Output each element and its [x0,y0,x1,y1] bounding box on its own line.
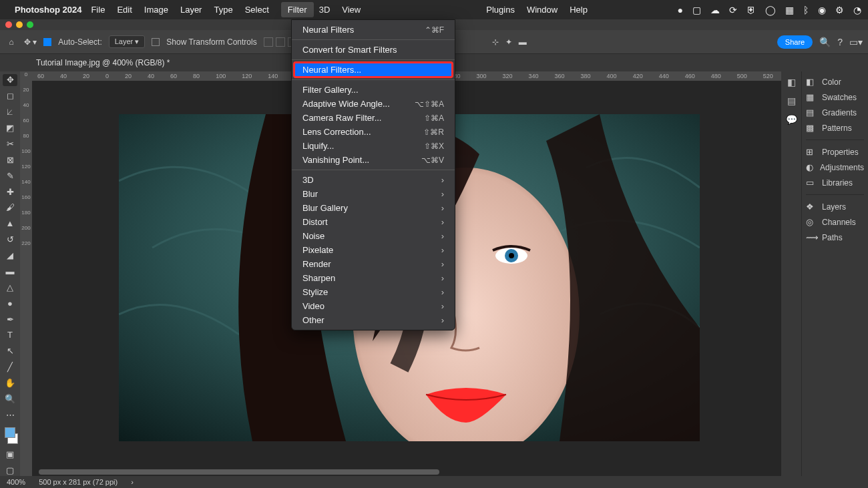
video-icon[interactable]: ▬ [519,37,527,47]
gradient-tool[interactable]: ▬ [3,266,17,278]
menu-window[interactable]: Window [527,5,558,15]
3d-mode-icon[interactable]: ⊹ [492,37,499,47]
panel-layers[interactable]: ❖Layers [806,202,864,212]
marquee-tool[interactable]: ◻ [3,90,17,102]
doc-info[interactable]: 500 px x 281 px (72 ppi) [39,478,118,486]
history-brush-tool[interactable]: ↺ [3,234,17,246]
record-icon[interactable]: ● [678,5,683,15]
type-tool[interactable]: T [3,329,17,341]
menu-image[interactable]: Image [144,5,168,15]
filter-camera-raw[interactable]: Camera Raw Filter...⇧⌘A [292,111,455,125]
menu-select[interactable]: Select [245,5,269,15]
shield-icon[interactable]: ⛨ [746,5,756,15]
circle-icon[interactable]: ◯ [765,5,776,15]
blur-tool[interactable]: △ [3,281,17,293]
filter-blur-gallery[interactable]: Blur Gallery› [292,201,455,215]
filter-noise[interactable]: Noise› [292,229,455,243]
calendar-icon[interactable]: ▦ [785,5,794,15]
crop-tool[interactable]: ✂ [3,138,17,150]
panel-swatches[interactable]: ▦Swatches [806,92,864,102]
menu-view[interactable]: View [342,5,361,15]
shape-tool[interactable]: ╱ [3,361,17,373]
filter-blur[interactable]: Blur› [292,187,455,201]
filter-other[interactable]: Other› [292,313,455,327]
filter-lens-correction[interactable]: Lens Correction...⇧⌘R [292,125,455,139]
horizontal-scrollbar[interactable] [39,469,781,476]
auto-select-checkbox[interactable] [43,38,51,46]
filter-distort[interactable]: Distort› [292,215,455,229]
panel-adjustments[interactable]: ◐Adjustments [806,162,864,172]
share-button[interactable]: Share [777,35,813,49]
panel-paths[interactable]: ⟿Paths [806,232,864,242]
rail-icon-3[interactable]: 💬 [786,114,797,125]
filter-stylize[interactable]: Stylize› [292,285,455,299]
clock-icon[interactable]: ◔ [853,5,861,15]
filter-pixelate[interactable]: Pixelate› [292,243,455,257]
info-arrow-icon[interactable]: › [131,478,134,486]
move-tool-icon[interactable]: ✥ ▾ [24,37,37,47]
menu-layer[interactable]: Layer [180,5,202,15]
display-icon[interactable]: ▢ [692,5,701,15]
wifi-icon[interactable]: ◉ [818,5,826,15]
menu-edit[interactable]: Edit [117,5,132,15]
sync-icon[interactable]: ⟳ [729,5,737,15]
zoom-tool[interactable]: 🔍 [3,393,17,405]
panel-properties[interactable]: ⊞Properties [806,147,864,157]
home-icon[interactable]: ⌂ [5,36,17,48]
menu-3d[interactable]: 3D [319,5,331,15]
filter-neural-filters[interactable]: Neural Filters... [294,63,452,77]
right-panels: ◧Color ▦Swatches ▤Gradients ▩Patterns ⊞P… [801,71,868,476]
3d-camera-icon[interactable]: ✦ [505,37,512,47]
panel-patterns[interactable]: ▩Patterns [806,123,864,133]
control-center-icon[interactable]: ⚙ [835,5,844,15]
stamp-tool[interactable]: ▲ [3,218,17,230]
zoom-readout[interactable]: 400% [7,478,25,486]
pen-tool[interactable]: ✒ [3,313,17,325]
dodge-tool[interactable]: ● [3,297,17,309]
filter-convert-smart[interactable]: Convert for Smart Filters [292,43,455,57]
color-swatches[interactable] [2,427,18,444]
object-select-tool[interactable]: ◩ [3,122,17,134]
filter-liquify[interactable]: Liquify...⇧⌘X [292,139,455,153]
rail-icon-1[interactable]: ◧ [787,77,796,87]
cloud-icon[interactable]: ☁ [710,5,720,15]
menu-file[interactable]: File [91,5,105,15]
quick-mask-tool[interactable]: ▣ [3,448,17,460]
lasso-tool[interactable]: ⟀ [3,106,17,118]
show-transform-label: Show Transform Controls [166,37,256,47]
eraser-tool[interactable]: ◢ [3,250,17,262]
panel-libraries[interactable]: ▭Libraries [806,178,864,188]
filter-3d[interactable]: 3D› [292,173,455,187]
eyedropper-tool[interactable]: ✎ [3,170,17,182]
screen-mode-tool[interactable]: ▢ [3,464,17,476]
menu-plugins[interactable]: Plugins [486,5,515,15]
panel-gradients[interactable]: ▤Gradients [806,107,864,117]
bluetooth-icon[interactable]: ᛒ [803,5,809,15]
foreground-color[interactable] [5,427,15,438]
path-select-tool[interactable]: ↖ [3,345,17,357]
move-tool[interactable]: ✥ [3,74,17,86]
help-icon[interactable]: ? [837,37,843,47]
edit-toolbar[interactable]: ⋯ [3,409,17,421]
brush-tool[interactable]: 🖌 [3,202,17,214]
filter-recent[interactable]: Neural Filters⌃⌘F [292,23,455,37]
menu-type[interactable]: Type [214,5,232,15]
filter-sharpen[interactable]: Sharpen› [292,271,455,285]
filter-render[interactable]: Render› [292,257,455,271]
rail-icon-2[interactable]: ▤ [787,95,796,106]
workspace-icon[interactable]: ▭▾ [849,37,863,47]
panel-color[interactable]: ◧Color [806,77,864,87]
show-transform-checkbox[interactable] [152,38,160,46]
filter-vanishing-point[interactable]: Vanishing Point...⌥⌘V [292,153,455,167]
hand-tool[interactable]: ✋ [3,377,17,389]
panel-channels[interactable]: ◎Channels [806,217,864,227]
search-icon[interactable]: 🔍 [819,37,831,47]
menu-help[interactable]: Help [570,5,588,15]
menu-filter[interactable]: Filter [281,2,314,17]
filter-gallery[interactable]: Filter Gallery... [292,83,455,97]
auto-select-dropdown[interactable]: Layer ▾ [109,35,146,48]
filter-adaptive-wide[interactable]: Adaptive Wide Angle...⌥⇧⌘A [292,97,455,111]
frame-tool[interactable]: ⊠ [3,154,17,166]
filter-video[interactable]: Video› [292,299,455,313]
healing-tool[interactable]: ✚ [3,186,17,198]
